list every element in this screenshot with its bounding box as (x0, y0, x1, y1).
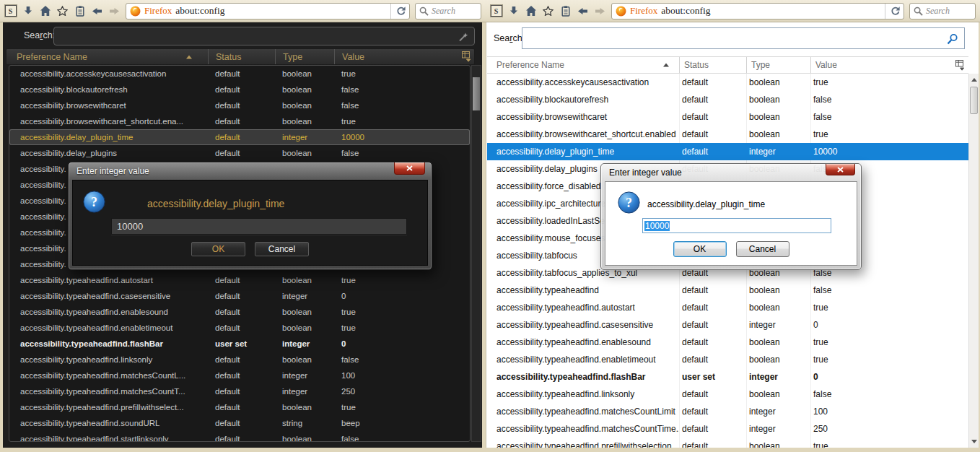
table-row[interactable]: accessibility.delay_plugin_time default … (9, 129, 470, 145)
table-row[interactable]: accessibility.typeaheadfind.linksonly de… (9, 352, 470, 368)
pref-status: default (213, 133, 280, 142)
location-bar[interactable]: Firefox about:config (611, 3, 904, 19)
vertical-scrollbar[interactable] (471, 65, 481, 442)
dialog-input-value: 10000 (117, 221, 143, 232)
back-button[interactable] (577, 4, 589, 17)
table-row[interactable]: accessibility.typeaheadfind.enabletimeou… (9, 320, 470, 336)
table-row[interactable]: accessibility.delay_plugins default bool… (9, 145, 470, 161)
pref-type: boolean (746, 351, 810, 368)
toolbar-search-box[interactable]: Search (909, 3, 976, 19)
table-row[interactable]: accessibility.typeaheadfind.linksonly de… (487, 386, 968, 403)
header-value[interactable]: Value (334, 49, 458, 64)
cancel-button[interactable]: Cancel (255, 242, 309, 256)
table-row[interactable]: accessibility.typeaheadfind.casesensitiv… (9, 288, 470, 304)
table-row[interactable]: accessibility.typeaheadfind.enabletimeou… (487, 351, 968, 368)
header-preference-name[interactable]: Preference Name (6, 49, 208, 64)
back-button[interactable] (91, 4, 103, 17)
table-row[interactable]: accessibility.typeaheadfind.enablesound … (9, 304, 470, 320)
pref-value: true (339, 117, 470, 126)
vertical-scrollbar[interactable] (968, 74, 979, 448)
table-row[interactable]: accessibility.typeaheadfind.prefillwiths… (487, 438, 968, 448)
table-row[interactable]: accessibility.browsewithcaret default bo… (9, 97, 470, 113)
pref-type: boolean (280, 101, 339, 110)
scrollbar-thumb[interactable] (473, 77, 480, 110)
pref-value: false (339, 355, 470, 364)
header-type[interactable]: Type (275, 49, 334, 64)
config-search-input[interactable] (522, 27, 965, 49)
table-row[interactable]: accessibility.accesskeycausesactivation … (9, 66, 470, 82)
cancel-button[interactable]: Cancel (736, 241, 789, 257)
column-picker-button[interactable] (951, 57, 968, 73)
pref-status: default (679, 420, 746, 438)
reload-button[interactable] (390, 4, 406, 19)
table-row[interactable]: accessibility.typeaheadfind.autostart de… (487, 299, 968, 316)
table-row[interactable]: accessibility.typeaheadfind.flashBar use… (487, 368, 968, 386)
table-row[interactable]: accessibility.typeaheadfind.startlinkson… (9, 431, 470, 442)
scroll-up-button[interactable] (969, 74, 979, 85)
table-row[interactable]: accessibility.typeaheadfind.matchesCount… (9, 383, 470, 399)
forward-button[interactable] (108, 4, 121, 17)
forward-button[interactable] (594, 4, 606, 17)
dialog-close-button[interactable] (394, 162, 425, 175)
screenshot-root: S Firefox about:config Search Search: Pr… (0, 0, 980, 452)
dialog-close-button[interactable] (826, 164, 855, 175)
firefox-icon (616, 6, 626, 17)
header-value[interactable]: Value (810, 57, 951, 73)
bookmarks-button[interactable] (56, 4, 69, 17)
downloads-button[interactable] (22, 4, 34, 17)
column-picker-button[interactable] (458, 49, 474, 64)
table-row[interactable]: accessibility.typeaheadfind.matchesCount… (487, 420, 968, 438)
dialog-value-input[interactable]: 10000 (642, 218, 831, 233)
table-row[interactable]: accessibility.browsewithcaret_shortcut.e… (487, 126, 968, 143)
app-menu-button[interactable]: S (490, 4, 502, 17)
table-row[interactable]: accessibility.delay_plugin_time default … (487, 143, 968, 160)
downloads-button[interactable] (507, 4, 520, 17)
pref-status: default (213, 69, 280, 78)
header-status[interactable]: Status (679, 57, 746, 73)
app-menu-button[interactable]: S (4, 4, 17, 17)
pref-name: accessibility.delay_plugins (9, 149, 213, 157)
table-row[interactable]: accessibility.typeaheadfind default bool… (487, 282, 968, 299)
history-button[interactable] (559, 4, 572, 17)
table-row[interactable]: accessibility.browsewithcaret_shortcut.e… (9, 113, 470, 129)
dialog-body: ? accessibility.delay_plugin_time 10000 … (605, 181, 857, 266)
table-row[interactable]: accessibility.typeaheadfind.prefillwiths… (9, 399, 470, 415)
pref-type: integer (746, 368, 810, 386)
site-brand-label: Firefox (630, 5, 657, 17)
ok-button[interactable]: OK (191, 242, 245, 256)
toolbar-search-box[interactable]: Search (415, 3, 481, 19)
sort-ascending-icon (186, 55, 192, 59)
table-row[interactable]: accessibility.typeaheadfind.matchesCount… (9, 368, 470, 383)
table-row[interactable]: accessibility.typeaheadfind.enablesound … (487, 334, 968, 351)
header-preference-name[interactable]: Preference Name (487, 57, 679, 73)
pref-value: true (339, 69, 470, 78)
bookmarks-button[interactable] (542, 4, 554, 17)
header-status[interactable]: Status (208, 49, 275, 64)
history-button[interactable] (74, 4, 86, 17)
table-row[interactable]: accessibility.typeaheadfind.autostart de… (9, 272, 470, 288)
table-row[interactable]: accessibility.accesskeycausesactivation … (487, 74, 968, 91)
table-row[interactable]: accessibility.typeaheadfind.flashBar use… (9, 336, 470, 352)
home-button[interactable] (39, 4, 51, 17)
pref-value: false (810, 282, 968, 299)
location-bar[interactable]: Firefox about:config (126, 3, 410, 19)
config-search-input[interactable] (53, 27, 475, 45)
scrollbar-thumb[interactable] (970, 87, 978, 114)
reload-button[interactable] (885, 4, 900, 19)
pref-type: integer (280, 387, 339, 396)
clipboard-icon (561, 6, 571, 17)
firefox-icon (130, 6, 141, 17)
table-row[interactable]: accessibility.blockautorefresh default b… (487, 91, 968, 108)
dialog-value-input[interactable]: 10000 (111, 218, 407, 235)
pref-name: accessibility.typeaheadfind.matchesCount… (487, 424, 679, 434)
table-row[interactable]: accessibility.blockautorefresh default b… (9, 82, 470, 97)
header-type[interactable]: Type (746, 57, 810, 73)
pref-type: integer (746, 420, 810, 438)
scroll-down-button[interactable] (969, 436, 979, 447)
table-row[interactable]: accessibility.typeaheadfind.casesensitiv… (487, 316, 968, 334)
table-row[interactable]: accessibility.typeaheadfind.matchesCount… (487, 403, 968, 420)
ok-button[interactable]: OK (673, 241, 727, 257)
home-button[interactable] (525, 4, 537, 17)
table-row[interactable]: accessibility.browsewithcaret default bo… (487, 108, 968, 126)
table-row[interactable]: accessibility.typeaheadfind.soundURL def… (9, 415, 470, 431)
